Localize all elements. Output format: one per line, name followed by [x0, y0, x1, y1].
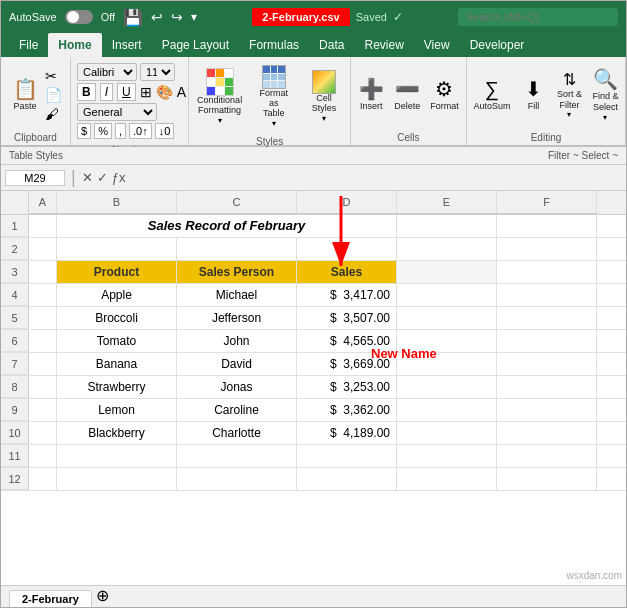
- cell-styles-button[interactable]: Cell Styles ▾: [304, 68, 344, 125]
- conditional-formatting-button[interactable]: Conditional Formatting ▾: [195, 66, 243, 127]
- cell-d2[interactable]: [297, 238, 397, 260]
- col-header-f[interactable]: F: [497, 191, 597, 214]
- format-as-table-button[interactable]: Format as Table ▾: [252, 63, 296, 130]
- cell-c12[interactable]: [177, 468, 297, 490]
- decrease-decimal-btn[interactable]: ↓0: [155, 123, 175, 139]
- sheet-tab-february[interactable]: 2-February: [9, 590, 92, 607]
- cell-d4[interactable]: $ 3,417.00: [297, 284, 397, 306]
- border-icon[interactable]: ⊞: [140, 84, 152, 100]
- quick-access-more[interactable]: ▾: [191, 10, 197, 24]
- tab-insert[interactable]: Insert: [102, 33, 152, 57]
- col-header-b[interactable]: B: [57, 191, 177, 214]
- tab-formulas[interactable]: Formulas: [239, 33, 309, 57]
- insert-cells-button[interactable]: ➕ Insert: [355, 75, 387, 114]
- tab-home[interactable]: Home: [48, 33, 101, 57]
- format-cells-button[interactable]: ⚙ Format: [427, 75, 462, 114]
- cell-a3[interactable]: [29, 261, 57, 283]
- cell-f12[interactable]: [497, 468, 597, 490]
- format-painter-icon[interactable]: 🖌: [45, 106, 62, 122]
- cell-c10[interactable]: Charlotte: [177, 422, 297, 444]
- paste-button[interactable]: 📋 Paste: [9, 75, 41, 114]
- cell-b2[interactable]: [57, 238, 177, 260]
- cell-b1[interactable]: Sales Record of February: [57, 215, 397, 237]
- font-size-select[interactable]: 11: [140, 63, 175, 81]
- cell-c9[interactable]: Caroline: [177, 399, 297, 421]
- cell-a10[interactable]: [29, 422, 57, 444]
- cell-c2[interactable]: [177, 238, 297, 260]
- cell-b12[interactable]: [57, 468, 177, 490]
- cell-f7[interactable]: [497, 353, 597, 375]
- autosave-toggle[interactable]: [65, 10, 93, 24]
- number-format-select[interactable]: General: [77, 103, 157, 121]
- copy-icon[interactable]: 📄: [45, 87, 62, 103]
- cell-d7[interactable]: $ 3,669.00: [297, 353, 397, 375]
- cell-c6[interactable]: John: [177, 330, 297, 352]
- tab-page-layout[interactable]: Page Layout: [152, 33, 239, 57]
- cell-a1[interactable]: [29, 215, 57, 237]
- underline-button[interactable]: U: [117, 83, 136, 101]
- cell-e5[interactable]: [397, 307, 497, 329]
- tab-data[interactable]: Data: [309, 33, 354, 57]
- cell-a11[interactable]: [29, 445, 57, 467]
- cell-c11[interactable]: [177, 445, 297, 467]
- cell-b4[interactable]: Apple: [57, 284, 177, 306]
- cell-e11[interactable]: [397, 445, 497, 467]
- cell-e2[interactable]: [397, 238, 497, 260]
- sort-filter-button[interactable]: ⇅ Sort &Filter ▾: [553, 68, 585, 122]
- cell-a8[interactable]: [29, 376, 57, 398]
- cell-a2[interactable]: [29, 238, 57, 260]
- cell-e4[interactable]: [397, 284, 497, 306]
- cell-c4[interactable]: Michael: [177, 284, 297, 306]
- cell-f1[interactable]: [497, 215, 597, 237]
- cell-a4[interactable]: [29, 284, 57, 306]
- undo-icon[interactable]: ↩: [151, 9, 163, 25]
- add-sheet-button[interactable]: ⊕: [96, 585, 109, 607]
- cell-d6[interactable]: $ 4,565.00: [297, 330, 397, 352]
- cell-e9[interactable]: [397, 399, 497, 421]
- dollar-btn[interactable]: $: [77, 123, 91, 139]
- redo-icon[interactable]: ↪: [171, 9, 183, 25]
- col-header-d[interactable]: D: [297, 191, 397, 214]
- find-select-button[interactable]: 🔍 Find &Select ▾: [589, 65, 621, 124]
- cell-b9[interactable]: Lemon: [57, 399, 177, 421]
- cell-a12[interactable]: [29, 468, 57, 490]
- formula-input[interactable]: [129, 171, 622, 185]
- cell-f9[interactable]: [497, 399, 597, 421]
- cell-a9[interactable]: [29, 399, 57, 421]
- cell-a7[interactable]: [29, 353, 57, 375]
- cell-f8[interactable]: [497, 376, 597, 398]
- fill-color-icon[interactable]: 🎨: [156, 84, 173, 100]
- cell-reference-input[interactable]: [5, 170, 65, 186]
- tab-review[interactable]: Review: [354, 33, 413, 57]
- cut-icon[interactable]: ✂: [45, 68, 62, 84]
- cell-d5[interactable]: $ 3,507.00: [297, 307, 397, 329]
- cell-a6[interactable]: [29, 330, 57, 352]
- search-area[interactable]: [458, 8, 618, 26]
- fill-button[interactable]: ⬇ Fill: [517, 75, 549, 114]
- cell-d3[interactable]: Sales: [297, 261, 397, 283]
- cell-e1[interactable]: [397, 215, 497, 237]
- cell-c3[interactable]: Sales Person: [177, 261, 297, 283]
- cell-d10[interactable]: $ 4,189.00: [297, 422, 397, 444]
- font-color-icon[interactable]: A: [177, 84, 186, 100]
- cell-c5[interactable]: Jefferson: [177, 307, 297, 329]
- cell-d12[interactable]: [297, 468, 397, 490]
- cell-e10[interactable]: [397, 422, 497, 444]
- cell-b8[interactable]: Strawberry: [57, 376, 177, 398]
- tab-file[interactable]: File: [9, 33, 48, 57]
- insert-function-icon[interactable]: ƒx: [112, 170, 126, 185]
- cell-b3[interactable]: Product: [57, 261, 177, 283]
- cell-d8[interactable]: $ 3,253.00: [297, 376, 397, 398]
- filename-tab[interactable]: 2-February.csv: [252, 8, 349, 26]
- bold-button[interactable]: B: [77, 83, 96, 101]
- cell-d11[interactable]: [297, 445, 397, 467]
- cell-c8[interactable]: Jonas: [177, 376, 297, 398]
- col-header-a[interactable]: A: [29, 191, 57, 214]
- cell-e7[interactable]: [397, 353, 497, 375]
- cell-b5[interactable]: Broccoli: [57, 307, 177, 329]
- cancel-formula-icon[interactable]: ✕: [82, 170, 93, 185]
- search-input[interactable]: [458, 8, 618, 26]
- cell-e8[interactable]: [397, 376, 497, 398]
- comma-btn[interactable]: ,: [115, 123, 126, 139]
- cell-d9[interactable]: $ 3,362.00: [297, 399, 397, 421]
